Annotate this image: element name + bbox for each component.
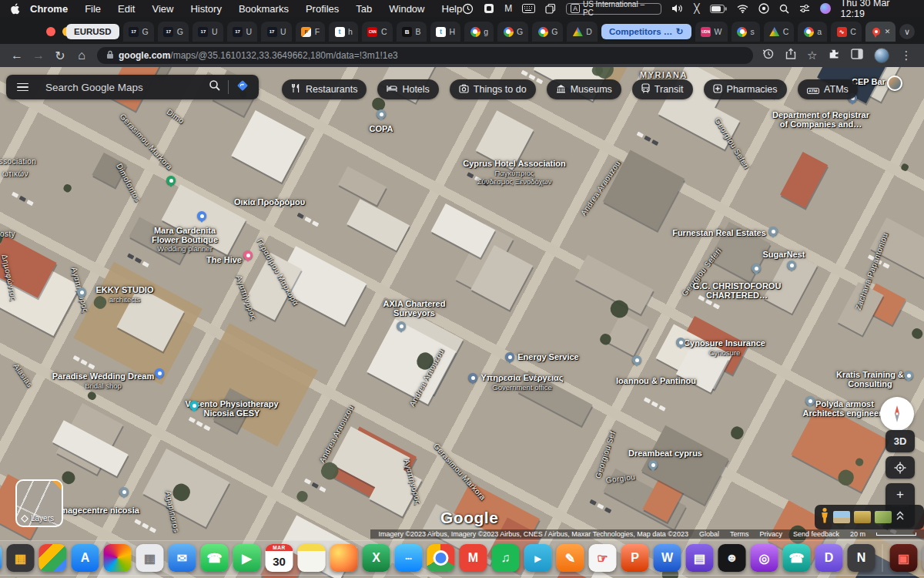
poi-label[interactable]: EKKY STUDIOarchitects bbox=[96, 286, 154, 304]
poi-label[interactable]: Kratis Training &Consulting bbox=[836, 371, 904, 388]
generic-pin-icon[interactable] bbox=[119, 487, 129, 496]
poi-label[interactable]: Dreambeat cyprus bbox=[628, 449, 702, 459]
battery-icon[interactable] bbox=[710, 5, 727, 13]
poi-label[interactable]: Energy Service bbox=[517, 353, 579, 362]
dock-icon-messages[interactable]: ••• bbox=[395, 544, 423, 572]
control-center-icon[interactable] bbox=[799, 4, 810, 13]
dock-icon-notes[interactable] bbox=[298, 544, 326, 572]
chip-hotels[interactable]: Hotels bbox=[377, 79, 438, 99]
dock-icon-calendar[interactable]: MAR30 bbox=[266, 544, 293, 572]
share-icon[interactable] bbox=[785, 48, 796, 63]
back-button[interactable]: ← bbox=[6, 49, 28, 62]
generic-pin-icon[interactable] bbox=[648, 460, 658, 469]
generic-pin-icon[interactable] bbox=[752, 264, 761, 273]
input-source-indicator[interactable]: AUS International – PC bbox=[566, 3, 661, 15]
layers-button[interactable]: Layers bbox=[15, 479, 63, 527]
browser-tab[interactable]: a bbox=[798, 22, 827, 42]
profile-avatar[interactable] bbox=[874, 48, 889, 63]
shopping-pin-icon[interactable] bbox=[197, 211, 206, 220]
tab-search-button[interactable]: ∨ bbox=[899, 24, 915, 39]
browser-tab[interactable]: BB bbox=[397, 22, 427, 42]
dock-icon-firefox[interactable] bbox=[330, 544, 358, 572]
facetime-status-icon[interactable] bbox=[758, 3, 769, 14]
bookmark-star-icon[interactable]: ☆ bbox=[807, 49, 817, 62]
poi-label[interactable]: Cynosure InsuranceCynosure bbox=[684, 339, 765, 357]
google-maps-canvas[interactable]: Gerasimou MarkoraDimoDimofontosΓερασίμου… bbox=[0, 67, 924, 578]
browser-tab[interactable]: 17U bbox=[227, 22, 258, 42]
dock-icon-launchpad[interactable]: ▦ bbox=[7, 544, 35, 572]
poi-label[interactable]: AXIA CharteredSurveyors bbox=[383, 300, 446, 318]
chip-restaurants[interactable]: Restaurants bbox=[282, 79, 367, 99]
clock-app-icon[interactable] bbox=[462, 3, 474, 15]
poi-label[interactable]: Ioannou & Pantinou bbox=[616, 377, 696, 386]
menu-bookmarks[interactable]: Bookmarks bbox=[239, 3, 289, 15]
generic-pin-icon[interactable] bbox=[805, 396, 815, 405]
poi-label[interactable]: Furnestan Real Estates bbox=[672, 229, 766, 238]
dock-icon-podcasts[interactable]: ◎ bbox=[751, 544, 778, 572]
browser-tab[interactable]: C bbox=[764, 22, 795, 42]
generic-pin-icon[interactable] bbox=[904, 371, 913, 380]
browser-tab[interactable]: tH bbox=[430, 22, 461, 42]
dock-icon-powerpoint[interactable]: P bbox=[621, 544, 649, 572]
dock-icon-discord[interactable]: D bbox=[815, 544, 843, 572]
poi-label[interactable]: COPA bbox=[370, 125, 393, 134]
poi-label[interactable]: Polyda armostArchitects engineers bbox=[803, 400, 887, 418]
generic-pin-icon[interactable] bbox=[787, 260, 796, 270]
dock-icon-facetime[interactable]: ▶ bbox=[233, 544, 261, 572]
menu-history[interactable]: History bbox=[190, 3, 221, 15]
poi-label[interactable]: The Hive bbox=[206, 256, 242, 265]
kebab-menu-icon[interactable]: ⋮ bbox=[900, 49, 912, 62]
chip-pharmacies[interactable]: Pharmacies bbox=[704, 79, 787, 99]
chip-atms[interactable]: ATMATMs bbox=[798, 79, 858, 99]
recent-tabs-icon[interactable] bbox=[762, 48, 775, 63]
side-panel-icon[interactable] bbox=[851, 49, 863, 62]
dock-icon-illustrator[interactable]: ✎ bbox=[557, 544, 584, 572]
zoom-in-button[interactable]: + bbox=[886, 484, 915, 506]
tab-group-eurusd[interactable]: EURUSD bbox=[66, 24, 119, 39]
menu-window[interactable]: Window bbox=[389, 3, 424, 15]
poi-label[interactable]: Department of Registrarof Companies and… bbox=[772, 111, 869, 129]
close-tab-icon[interactable]: ✕ bbox=[885, 28, 891, 35]
volume-icon[interactable] bbox=[671, 4, 684, 13]
imagery-thumbnail[interactable] bbox=[875, 511, 892, 523]
dock-icon-finder[interactable]: ☺ bbox=[0, 544, 2, 572]
gmail-status-icon[interactable]: M bbox=[504, 3, 512, 14]
contributor-avatar-pin[interactable] bbox=[887, 76, 902, 91]
dock-icon-spotify[interactable]: ♫ bbox=[492, 544, 520, 572]
generic-pin-icon[interactable] bbox=[397, 321, 406, 331]
generic-pin-icon[interactable] bbox=[377, 109, 386, 119]
poi-label[interactable]: Paradise Wedding DreamBridal shop bbox=[52, 372, 154, 390]
wifi-icon[interactable] bbox=[737, 5, 748, 13]
menu-tab[interactable]: Tab bbox=[356, 3, 372, 15]
browser-tab[interactable]: g bbox=[464, 22, 494, 42]
attribution-link-privacy[interactable]: Privacy bbox=[759, 530, 782, 538]
shortcuts-icon[interactable] bbox=[484, 3, 494, 14]
dock-icon-telegram[interactable]: ▸ bbox=[524, 544, 552, 572]
menu-file[interactable]: File bbox=[85, 3, 101, 15]
maps-search-box[interactable]: Search Google Maps bbox=[6, 75, 259, 99]
health-pin-icon[interactable] bbox=[189, 401, 199, 410]
forward-button[interactable]: → bbox=[28, 49, 49, 62]
dock-icon-mail[interactable]: ✉ bbox=[169, 544, 196, 572]
chip-museums[interactable]: Museums bbox=[547, 79, 621, 99]
dock-icon-app-store[interactable]: A bbox=[72, 544, 99, 572]
menu-help[interactable]: Help bbox=[442, 3, 463, 15]
poi-label[interactable]: SugarNest bbox=[762, 250, 805, 260]
poi-label[interactable]: G.C. CHRISTOFOROUCHARTERED… bbox=[693, 282, 782, 300]
poi-label[interactable]: Vesento PhysiotherapyNicosia GESY bbox=[185, 400, 278, 418]
imagery-thumbnail[interactable] bbox=[854, 511, 871, 523]
tab-group-competitors[interactable]: Competitors - Wrap↻ bbox=[601, 24, 691, 39]
display-x-icon[interactable]: ╳ bbox=[694, 3, 699, 14]
dock-icon-photos[interactable] bbox=[104, 544, 132, 572]
generic-pin-icon[interactable] bbox=[768, 227, 778, 236]
browser-tab[interactable]: 17U bbox=[192, 22, 223, 42]
chip-transit[interactable]: Transit bbox=[632, 79, 693, 99]
reload-button[interactable]: ↻ bbox=[49, 49, 71, 63]
browser-tab[interactable]: 17U bbox=[261, 22, 292, 42]
3d-toggle-button[interactable]: 3D bbox=[886, 430, 915, 452]
imagery-thumbnail[interactable] bbox=[833, 511, 850, 523]
browser-tab[interactable]: 17G bbox=[158, 22, 189, 42]
siri-icon[interactable] bbox=[820, 3, 831, 14]
menu-icon[interactable] bbox=[17, 83, 28, 92]
dock-icon-whatsapp[interactable]: ☎ bbox=[201, 544, 229, 572]
